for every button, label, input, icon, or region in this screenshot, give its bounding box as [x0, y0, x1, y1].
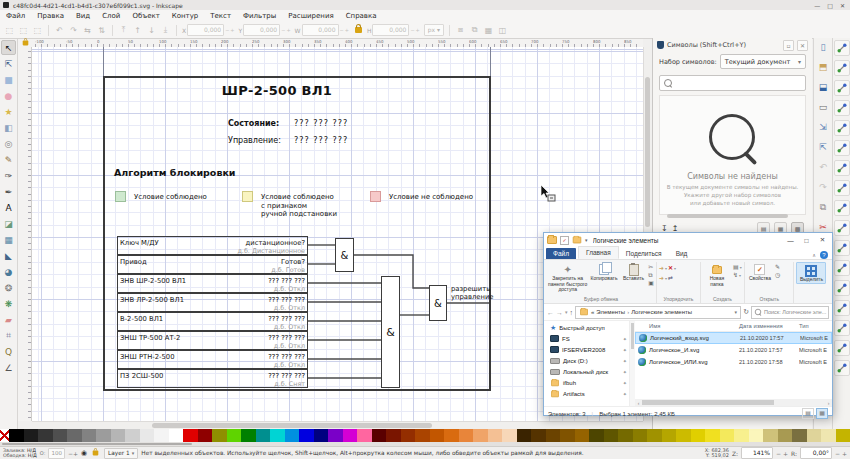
ellipse-tool-icon[interactable]: ● — [1, 88, 16, 103]
breadcrumb[interactable]: « Элементы › Логические элементы ▾ — [575, 306, 741, 319]
refresh-icon[interactable]: ↻ — [743, 308, 749, 316]
palette-swatch[interactable] — [285, 429, 300, 442]
palette-swatch[interactable] — [575, 429, 590, 442]
sidebar-item[interactable]: Диск (D:)✦ — [544, 355, 629, 366]
easy-access-icon[interactable]: ↯▾ — [733, 272, 742, 279]
zoom-tool-icon[interactable]: Q — [1, 344, 16, 359]
redo-icon[interactable]: ↷ — [816, 180, 830, 194]
snap-bbox-corner-icon[interactable] — [834, 100, 850, 116]
snap-others-icon[interactable] — [834, 280, 850, 296]
symbol-set-dropdown[interactable]: Текущий документ▾ — [720, 54, 806, 69]
up-icon[interactable]: ↑ — [570, 309, 574, 316]
snap-object-center-icon[interactable] — [834, 300, 850, 316]
deselect-icon[interactable]: ⬚ — [32, 26, 43, 35]
breadcrumb-elements[interactable]: Элементы — [596, 309, 625, 315]
palette-swatch[interactable] — [676, 429, 691, 442]
snap-midpoint-icon[interactable] — [834, 260, 850, 276]
explorer-close-button[interactable]: ✕ — [816, 236, 829, 244]
palette-swatch[interactable] — [459, 429, 474, 442]
rotate-cw-icon[interactable]: ↷ — [68, 26, 79, 35]
layer-lock-icon[interactable] — [93, 451, 99, 456]
back-icon[interactable]: ← — [547, 309, 554, 316]
palette-swatch[interactable] — [67, 429, 82, 442]
palette-swatch[interactable] — [691, 429, 706, 442]
qat-properties-icon[interactable]: ✓ — [560, 236, 569, 245]
sidebar-item[interactable]: IFSERVER2008✦ — [544, 344, 629, 355]
palette-swatch[interactable] — [227, 429, 242, 442]
snap-bbox-icon[interactable] — [834, 60, 850, 76]
palette-swatch[interactable] — [386, 429, 401, 442]
palette-swatch[interactable] — [749, 429, 764, 442]
measure-tool-icon[interactable]: ∠ — [1, 360, 16, 375]
palette-swatch[interactable] — [430, 429, 445, 442]
new-folder-button[interactable]: Новая папка — [703, 262, 731, 287]
stroke-value[interactable]: Н/Д — [28, 453, 37, 458]
palette-swatch[interactable] — [792, 429, 807, 442]
menu-item[interactable]: Вид — [70, 10, 96, 22]
sidebar-item[interactable]: FS✦ — [544, 333, 629, 344]
forward-icon[interactable]: → — [556, 309, 563, 316]
explorer-title-bar[interactable]: ✓ ▾ Логические элементы — □ ✕ — [544, 233, 832, 247]
palette-swatch[interactable] — [763, 429, 778, 442]
y-field[interactable]: 0,000 — [243, 24, 280, 36]
menu-item[interactable]: Правка — [31, 10, 70, 22]
palette-swatch[interactable] — [111, 429, 126, 442]
symbol-search-input[interactable] — [659, 75, 806, 91]
text-tool-icon[interactable]: A — [1, 200, 16, 215]
open-document-icon[interactable]: ⬒ — [816, 60, 830, 74]
tab-home[interactable]: Главная — [578, 246, 619, 259]
palette-swatch[interactable] — [96, 429, 111, 442]
flip-horizontal-icon[interactable]: ⇆ — [82, 26, 93, 35]
palette-swatch[interactable] — [53, 429, 68, 442]
layer-visibility-icon[interactable]: ◉ — [81, 449, 87, 457]
width-field[interactable]: 0,000 — [302, 24, 339, 36]
tab-share[interactable]: Поделиться — [619, 248, 669, 259]
ribbon-collapse-icon[interactable]: ∧ — [812, 252, 816, 258]
dropper-tool-icon[interactable]: ◣ — [1, 248, 16, 263]
paste-button[interactable]: Вставить — [621, 262, 647, 282]
import-icon[interactable]: ⇲ — [816, 120, 830, 134]
undo-icon[interactable]: ↶ — [816, 160, 830, 174]
navigation-scrollbar[interactable] — [630, 321, 635, 406]
zoom-field[interactable]: 141% — [741, 447, 773, 459]
palette-swatch[interactable] — [821, 429, 836, 442]
gradient-tool-icon[interactable]: ◪ — [1, 216, 16, 231]
paste-shortcut-icon[interactable]: ▣ — [648, 280, 654, 287]
select-all-icon[interactable]: ⬚ — [4, 26, 15, 35]
minimize-button[interactable]: — — [814, 2, 820, 9]
menu-item[interactable]: Справка — [340, 10, 383, 22]
history-icon[interactable]: ◷ — [775, 272, 780, 279]
palette-swatch[interactable] — [517, 429, 532, 442]
palette-swatch[interactable] — [212, 429, 227, 442]
recent-locations-icon[interactable]: ▾ — [565, 309, 568, 315]
palette-swatch[interactable] — [647, 429, 662, 442]
palette-swatch[interactable] — [183, 429, 198, 442]
no-color-swatch[interactable] — [0, 429, 9, 442]
snap-rotation-center-icon[interactable] — [834, 320, 850, 336]
palette-swatch[interactable] — [241, 429, 256, 442]
snap-nodes-icon[interactable] — [834, 160, 850, 176]
sidebar-item[interactable]: Artifacts✦ — [544, 388, 629, 399]
mesh-tool-icon[interactable]: ▦ — [1, 232, 16, 247]
palette-swatch[interactable] — [415, 429, 430, 442]
palette-swatch[interactable] — [270, 429, 285, 442]
large-icons-view-icon[interactable]: ▦ — [816, 408, 828, 419]
snap-path-intersection-icon[interactable] — [834, 200, 850, 216]
palette-swatch[interactable] — [720, 429, 735, 442]
file-row[interactable]: Логическое_И.svg21.10.2020 17:57Microsof… — [635, 344, 832, 356]
canvas-horizontal-scrollbar[interactable] — [32, 421, 643, 429]
palette-swatch[interactable] — [633, 429, 648, 442]
calligraphy-tool-icon[interactable]: ✒ — [1, 184, 16, 199]
breadcrumb-dropdown-icon[interactable]: ▾ — [735, 309, 738, 315]
star-tool-icon[interactable]: ★ — [1, 104, 16, 119]
palette-swatch[interactable] — [38, 429, 53, 442]
palette-swatch[interactable] — [125, 429, 140, 442]
snap-enable-icon[interactable] — [834, 40, 850, 56]
rectangle-tool-icon[interactable]: ■ — [1, 72, 16, 87]
rename-icon[interactable]: ⇄ — [668, 275, 673, 282]
box3d-tool-icon[interactable]: ◧ — [1, 120, 16, 135]
copy-to-icon[interactable]: ➜ — [659, 275, 664, 282]
palette-swatch[interactable] — [502, 429, 517, 442]
menu-item[interactable]: Контур — [166, 10, 205, 22]
menu-item[interactable]: Фильтры — [237, 10, 282, 22]
